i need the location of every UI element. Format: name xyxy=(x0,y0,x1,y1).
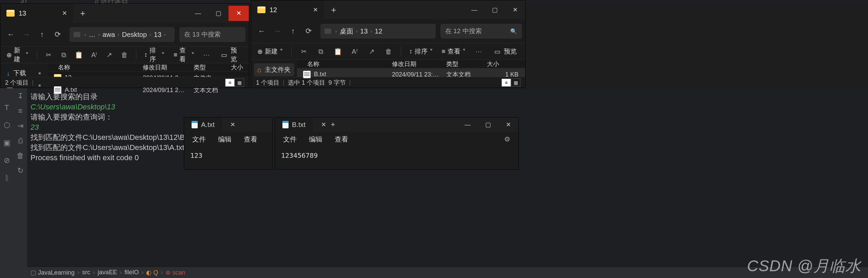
text-tool-icon[interactable]: T xyxy=(4,103,9,112)
rename-icon[interactable]: Aᴵ xyxy=(88,49,100,60)
column-headers[interactable]: 名称 修改日期 类型 大小 xyxy=(48,63,249,72)
col-type[interactable]: 类型 xyxy=(190,63,228,71)
breadcrumb-item[interactable]: fileIO xyxy=(124,269,139,276)
close-tab-icon[interactable]: ✕ xyxy=(321,121,326,128)
breadcrumb-bar[interactable]: › 桌面› 13› 12 xyxy=(320,24,436,39)
sidebar-item-home[interactable]: ⌂ 主文件夹 xyxy=(254,63,294,76)
refresh-button[interactable]: ⟳ xyxy=(51,27,65,42)
hex-tool-icon[interactable]: ⬡ xyxy=(4,121,10,130)
tiles-view-icon[interactable]: ▦ xyxy=(511,79,520,87)
paste-icon[interactable]: 📋 xyxy=(331,46,344,57)
close-tab-icon[interactable]: ✕ xyxy=(62,9,67,17)
minimize-button[interactable]: — xyxy=(457,117,478,132)
share-icon[interactable]: ↗ xyxy=(103,49,115,60)
col-size[interactable]: 大小 xyxy=(484,60,525,68)
breadcrumb-class[interactable]: ◐ Q xyxy=(146,269,158,276)
view-toggle[interactable]: ≡ ▦ xyxy=(225,79,244,87)
crumb[interactable]: 13 xyxy=(360,27,368,35)
vcs-tool-icon[interactable]: ᚱ xyxy=(5,174,9,183)
breadcrumb-item[interactable]: src xyxy=(82,269,90,276)
delete-icon[interactable]: 🗑 xyxy=(119,49,131,60)
view-button[interactable]: ≡ 查看 ˅ xyxy=(439,46,469,57)
col-name[interactable]: 名称 xyxy=(48,63,139,71)
menu-file[interactable]: 文件 xyxy=(192,135,206,144)
new-button[interactable]: ⊕ 新建 ˅ xyxy=(4,45,32,65)
trash-icon[interactable]: 🗑 xyxy=(17,151,24,160)
print-icon[interactable]: ⎙ xyxy=(18,136,23,145)
maximize-button[interactable]: ▢ xyxy=(208,6,229,21)
up-button[interactable]: ↑ xyxy=(286,24,300,38)
list-icon[interactable]: ≡ xyxy=(18,107,23,115)
rename-icon[interactable]: Aᴵ xyxy=(348,46,361,57)
menu-edit[interactable]: 编辑 xyxy=(309,135,322,144)
more-icon[interactable]: ⋯ xyxy=(472,46,486,57)
menu-view[interactable]: 查看 xyxy=(335,135,348,144)
notepad-content[interactable]: 123 xyxy=(184,147,272,169)
search-box[interactable]: 在 13 中搜索 xyxy=(179,27,245,42)
back-button[interactable]: ← xyxy=(255,24,269,38)
up-button[interactable]: ↑ xyxy=(35,27,49,42)
crumb[interactable]: … xyxy=(89,31,96,39)
col-date[interactable]: 修改日期 xyxy=(139,63,190,71)
cut-icon[interactable]: ✂ xyxy=(297,46,311,57)
crumb[interactable]: 13 xyxy=(154,31,161,39)
crumb[interactable]: 12 xyxy=(375,27,382,35)
forward-button[interactable]: → xyxy=(270,24,284,38)
search-box[interactable]: 在 12 中搜索 🔍 xyxy=(440,24,522,39)
pin-icon[interactable]: ✦ xyxy=(36,69,43,77)
console-output[interactable]: 请输入要搜索的目录C:\Users\awa\Desktop\13请输入要搜索的查… xyxy=(27,88,868,266)
paste-icon[interactable]: 📋 xyxy=(73,49,85,60)
collapse-icon[interactable]: ↧ xyxy=(17,92,23,101)
preview-button[interactable]: ▭ 预览 xyxy=(216,46,245,64)
minimize-button[interactable]: — xyxy=(188,6,208,21)
terminal-tool-icon[interactable]: ▣ xyxy=(3,138,11,147)
menu-file[interactable]: 文件 xyxy=(283,135,297,144)
maximize-button[interactable]: ▢ xyxy=(485,2,505,18)
breadcrumb-bar[interactable]: › …› awa› Desktop› 13› xyxy=(70,27,175,42)
filter-icon[interactable]: ⇥ xyxy=(17,122,23,130)
window-tab[interactable]: 12 ✕ xyxy=(251,0,324,19)
search-icon[interactable]: 🔍 xyxy=(510,28,517,35)
column-headers[interactable]: 名称 修改日期 类型 大小 xyxy=(297,60,525,68)
view-toggle[interactable]: ≡ ▦ xyxy=(501,79,520,87)
col-date[interactable]: 修改日期 xyxy=(389,60,443,68)
tiles-view-icon[interactable]: ▦ xyxy=(235,79,244,87)
cut-icon[interactable]: ✂ xyxy=(43,49,55,60)
window-tab[interactable]: 13 ✕ xyxy=(0,4,73,23)
copy-icon[interactable]: ⧉ xyxy=(58,49,70,60)
notepad-tab[interactable]: B.txt xyxy=(275,117,313,132)
sort-button[interactable]: ↕ 排序 ˅ xyxy=(142,45,167,65)
delete-icon[interactable]: 🗑 xyxy=(382,46,395,57)
crumb[interactable]: Desktop xyxy=(122,31,147,39)
preview-button[interactable]: ▭ 预览 xyxy=(489,47,522,56)
close-window-button[interactable]: ✕ xyxy=(229,6,249,21)
close-tab-icon[interactable]: ✕ xyxy=(230,121,235,128)
breadcrumb-project[interactable]: JavaLearning xyxy=(31,269,75,276)
close-tab-icon[interactable]: ✕ xyxy=(313,6,318,14)
back-button[interactable]: ← xyxy=(4,27,18,42)
refresh-button[interactable]: ⟳ xyxy=(301,24,316,38)
new-tab-button[interactable]: + xyxy=(326,120,340,129)
warning-tool-icon[interactable]: ⊘ xyxy=(4,156,10,165)
ide-breadcrumb[interactable]: JavaLearning› src› javaEE› fileIO› ◐ Q› … xyxy=(27,266,868,278)
copy-icon[interactable]: ⧉ xyxy=(314,46,328,57)
minimize-button[interactable]: — xyxy=(464,2,485,18)
menu-edit[interactable]: 编辑 xyxy=(218,135,232,144)
col-name[interactable]: 名称 xyxy=(297,60,389,68)
notepad-content[interactable]: 123456789 xyxy=(275,147,518,169)
details-view-icon[interactable]: ≡ xyxy=(225,79,235,87)
new-tab-button[interactable]: + xyxy=(324,5,343,15)
details-view-icon[interactable]: ≡ xyxy=(501,79,511,87)
share-icon[interactable]: ↗ xyxy=(365,46,378,57)
forward-button[interactable]: → xyxy=(19,27,34,42)
breadcrumb-item[interactable]: javaEE xyxy=(98,269,117,276)
close-window-button[interactable]: ✕ xyxy=(505,2,525,18)
maximize-button[interactable]: ▢ xyxy=(478,117,498,132)
menu-view[interactable]: 查看 xyxy=(244,135,257,144)
col-type[interactable]: 类型 xyxy=(443,60,484,68)
crumb[interactable]: 桌面 xyxy=(340,27,353,36)
new-button[interactable]: ⊕ 新建 ˅ xyxy=(255,46,286,57)
sort-button[interactable]: ↕ 排序 ˅ xyxy=(407,46,436,57)
settings-icon[interactable]: ⚙ xyxy=(504,135,510,143)
notepad-tab[interactable]: A.txt xyxy=(184,117,222,132)
